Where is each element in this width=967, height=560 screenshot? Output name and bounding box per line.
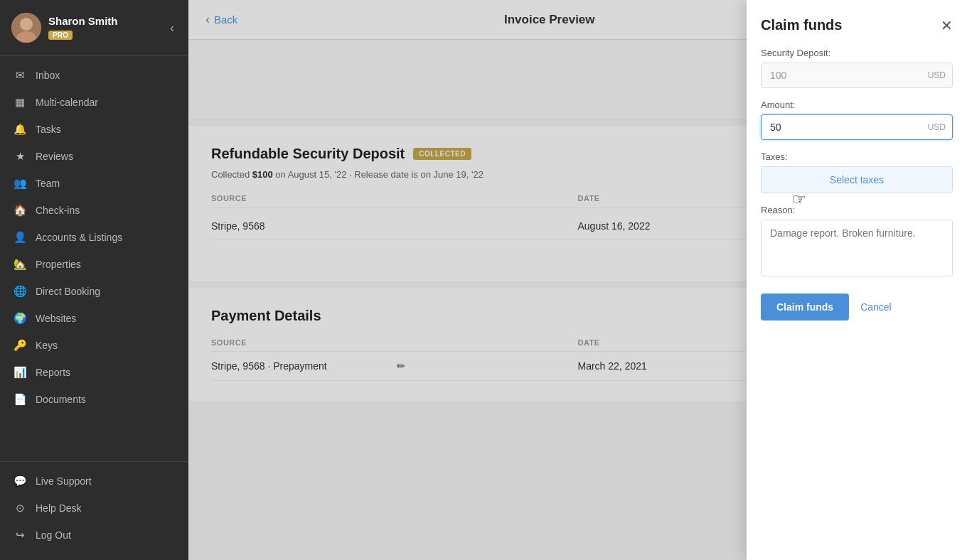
- sidebar: Sharon Smith PRO ‹ ✉ Inbox ▦ Multi-calen…: [0, 0, 188, 560]
- taxes-label: Taxes:: [761, 151, 953, 162]
- help-desk-icon: ⊙: [13, 502, 27, 515]
- keys-icon: 🔑: [13, 339, 27, 352]
- live-support-icon: 💬: [13, 475, 27, 488]
- sidebar-item-label: Direct Booking: [36, 286, 100, 297]
- security-deposit-input[interactable]: [761, 63, 953, 88]
- team-icon: 👥: [13, 177, 27, 190]
- claim-actions: Claim funds Cancel: [761, 294, 953, 321]
- sidebar-item-label: Keys: [36, 340, 58, 351]
- amount-group: Amount: USD: [761, 99, 953, 140]
- sidebar-item-keys[interactable]: 🔑 Keys: [0, 332, 188, 359]
- sidebar-item-accounts-listings[interactable]: 👤 Accounts & Listings: [0, 224, 188, 251]
- sidebar-item-properties[interactable]: 🏡 Properties: [0, 251, 188, 278]
- avatar: [11, 13, 41, 43]
- accounts-icon: 👤: [13, 231, 27, 244]
- select-taxes-button[interactable]: Select taxes: [761, 166, 953, 193]
- svg-point-1: [20, 18, 33, 31]
- sidebar-item-label: Properties: [36, 259, 81, 270]
- sidebar-footer: 💬 Live Support ⊙ Help Desk ↪ Log Out: [0, 461, 188, 560]
- taxes-section: Taxes: Select taxes: [761, 151, 953, 193]
- security-deposit-group: Security Deposit: USD: [761, 48, 953, 88]
- sidebar-item-label: Live Support: [36, 475, 92, 487]
- sidebar-user-info: Sharon Smith PRO: [48, 15, 118, 41]
- sidebar-item-label: Inbox: [36, 70, 60, 81]
- sidebar-item-label: Reviews: [36, 151, 73, 162]
- reason-group: Reason:: [761, 205, 953, 279]
- sidebar-item-websites[interactable]: 🌍 Websites: [0, 305, 188, 332]
- sidebar-item-reports[interactable]: 📊 Reports: [0, 359, 188, 386]
- claim-panel-title: Claim funds: [761, 17, 842, 33]
- sidebar-item-label: Help Desk: [36, 502, 82, 514]
- security-deposit-input-wrap: USD: [761, 63, 953, 88]
- sidebar-item-label: Team: [36, 178, 60, 189]
- sidebar-item-team[interactable]: 👥 Team: [0, 170, 188, 197]
- sidebar-item-documents[interactable]: 📄 Documents: [0, 386, 188, 413]
- sidebar-item-label: Accounts & Listings: [36, 232, 122, 243]
- sidebar-item-label: Reports: [36, 367, 70, 378]
- amount-input[interactable]: [761, 114, 953, 140]
- reason-label: Reason:: [761, 205, 953, 215]
- sidebar-collapse-button[interactable]: ‹: [167, 18, 177, 38]
- amount-input-wrap: USD: [761, 114, 953, 140]
- claim-funds-button[interactable]: Claim funds: [761, 294, 849, 321]
- sidebar-pro-badge: PRO: [48, 31, 73, 40]
- sidebar-item-check-ins[interactable]: 🏠 Check-ins: [0, 197, 188, 224]
- sidebar-item-label: Check-ins: [36, 205, 80, 216]
- sidebar-item-direct-booking[interactable]: 🌐 Direct Booking: [0, 278, 188, 305]
- reports-icon: 📊: [13, 366, 27, 379]
- main-area: ‹ Back Invoice Preview 🔔 1 📅 Calendar Su…: [188, 0, 967, 560]
- cancel-button[interactable]: Cancel: [860, 301, 892, 313]
- sidebar-item-live-support[interactable]: 💬 Live Support: [0, 468, 188, 495]
- amount-label: Amount:: [761, 99, 953, 110]
- sidebar-user: Sharon Smith PRO: [11, 13, 118, 43]
- sidebar-item-label: Tasks: [36, 124, 61, 135]
- inbox-icon: ✉: [13, 69, 27, 82]
- properties-icon: 🏡: [13, 258, 27, 271]
- tasks-icon: 🔔: [13, 123, 27, 136]
- sidebar-item-log-out[interactable]: ↪ Log Out: [0, 522, 188, 549]
- log-out-icon: ↪: [13, 529, 27, 542]
- claim-panel-header: Claim funds ✕: [761, 17, 953, 33]
- check-ins-icon: 🏠: [13, 204, 27, 217]
- sidebar-item-inbox[interactable]: ✉ Inbox: [0, 62, 188, 89]
- close-panel-button[interactable]: ✕: [941, 18, 953, 33]
- claim-funds-panel: Claim funds ✕ Security Deposit: USD Amou…: [747, 0, 967, 560]
- documents-icon: 📄: [13, 393, 27, 406]
- websites-icon: 🌍: [13, 312, 27, 325]
- sidebar-item-label: Multi-calendar: [36, 97, 98, 108]
- direct-booking-icon: 🌐: [13, 285, 27, 298]
- sidebar-item-label: Documents: [36, 394, 86, 405]
- sidebar-item-label: Websites: [36, 313, 76, 324]
- reason-textarea[interactable]: [761, 220, 953, 276]
- sidebar-item-tasks[interactable]: 🔔 Tasks: [0, 116, 188, 143]
- security-deposit-label: Security Deposit:: [761, 48, 953, 58]
- sidebar-item-multi-calendar[interactable]: ▦ Multi-calendar: [0, 89, 188, 116]
- reviews-icon: ★: [13, 150, 27, 163]
- sidebar-header: Sharon Smith PRO ‹: [0, 0, 188, 56]
- multi-calendar-icon: ▦: [13, 96, 27, 109]
- sidebar-item-help-desk[interactable]: ⊙ Help Desk: [0, 495, 188, 522]
- sidebar-item-label: Log Out: [36, 529, 71, 541]
- sidebar-item-reviews[interactable]: ★ Reviews: [0, 143, 188, 170]
- sidebar-user-name: Sharon Smith: [48, 15, 118, 28]
- sidebar-nav: ✉ Inbox ▦ Multi-calendar 🔔 Tasks ★ Revie…: [0, 56, 188, 461]
